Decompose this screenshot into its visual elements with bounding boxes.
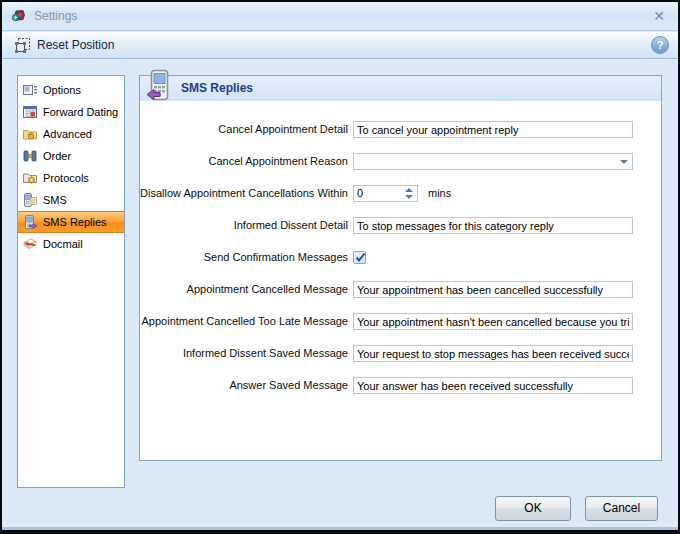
window-title: Settings [34,9,77,23]
docmail-icon [22,236,38,252]
stepper-value: 0 [357,186,363,201]
order-icon [22,148,38,164]
sidebar-item-label: SMS Replies [43,216,107,228]
field-label: Appointment Cancelled Too Late Message [140,313,348,330]
sidebar-item-label: SMS [43,194,67,206]
sidebar-item-sms[interactable]: SMS [18,189,124,211]
spin-down-icon[interactable] [405,195,413,199]
folder-lock-icon [22,126,38,142]
panel-header: SMS Replies [140,76,661,101]
sidebar-item-label: Protocols [43,172,89,184]
calendar-icon [22,104,38,120]
help-button[interactable]: ? [651,36,669,54]
answer-saved-message-input[interactable] [353,377,633,394]
chevron-down-icon [620,160,628,164]
field-label: Cancel Appointment Reason [140,153,348,170]
sidebar-item-order[interactable]: Order [18,145,124,167]
window-bottom-edge [2,527,678,530]
appointment-cancelled-message-input[interactable] [353,281,633,298]
ok-button[interactable]: OK [495,496,571,521]
cancel-appointment-detail-input[interactable] [353,121,633,138]
reset-position-button[interactable]: Reset Position [11,35,118,55]
sidebar-item-options[interactable]: Options [18,79,124,101]
options-icon [22,82,38,98]
field-label: Appointment Cancelled Message [140,281,348,298]
field-label: Informed Dissent Saved Message [140,345,348,362]
sidebar: Options Forward Dating Advanced [17,75,125,488]
sidebar-item-label: Docmail [43,238,83,250]
spin-up-icon[interactable] [405,188,413,192]
field-label: Disallow Appointment Cancellations Withi… [140,185,348,202]
field-label: Send Confirmation Messages [140,249,348,266]
cancellation-minutes-stepper[interactable]: 0 [353,185,418,202]
sidebar-item-label: Forward Dating [43,106,118,118]
send-confirmation-checkbox[interactable] [353,251,366,264]
panel-title: SMS Replies [181,76,253,101]
close-icon[interactable]: ✕ [649,9,669,23]
appointment-cancelled-too-late-message-input[interactable] [353,313,633,330]
sidebar-item-label: Options [43,84,81,96]
checkmark-icon [354,251,367,264]
sidebar-item-label: Advanced [43,128,92,140]
sidebar-item-advanced[interactable]: Advanced [18,123,124,145]
field-label: Informed Dissent Detail [140,217,348,234]
field-label: Answer Saved Message [140,377,348,394]
help-icon: ? [657,39,664,51]
sidebar-item-forward-dating[interactable]: Forward Dating [18,101,124,123]
mins-suffix-label: mins [428,185,451,202]
informed-dissent-saved-message-input[interactable] [353,345,633,362]
settings-window: Settings ✕ Reset Position ? [0,0,680,534]
sms-icon [22,192,38,208]
folder-gear-icon [22,170,38,186]
cancel-button[interactable]: Cancel [585,496,658,521]
reset-position-label: Reset Position [37,38,114,52]
field-label: Cancel Appointment Detail [140,121,348,138]
informed-dissent-detail-input[interactable] [353,217,633,234]
toolbar: Reset Position ? [2,32,678,59]
sidebar-item-docmail[interactable]: Docmail [18,233,124,255]
sidebar-item-label: Order [43,150,71,162]
title-bar: Settings ✕ [2,2,678,31]
reset-position-icon [15,37,31,53]
stepper-buttons[interactable] [405,186,414,201]
sidebar-item-sms-replies[interactable]: SMS Replies [18,211,124,233]
sms-replies-icon [22,214,38,230]
cancel-appointment-reason-dropdown[interactable] [353,153,633,170]
settings-app-icon [11,8,27,24]
sms-replies-panel: SMS Replies Cancel Appointment Detail Ca… [139,75,662,461]
sms-replies-header-icon [146,69,173,103]
sidebar-item-protocols[interactable]: Protocols [18,167,124,189]
